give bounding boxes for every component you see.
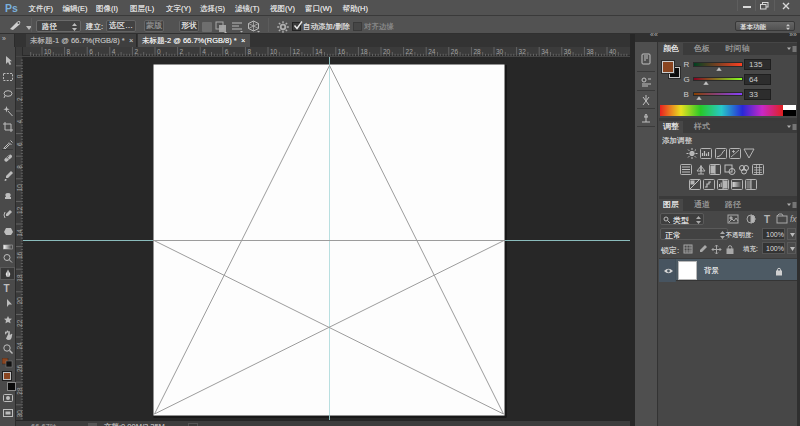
- svg-text:38: 38: [586, 48, 594, 55]
- svg-text:2: 2: [16, 97, 23, 101]
- svg-text:10: 10: [16, 184, 23, 192]
- svg-text:24: 24: [16, 342, 23, 350]
- svg-text:8: 8: [67, 48, 71, 55]
- svg-text:18: 18: [360, 48, 368, 55]
- svg-text:6: 6: [89, 48, 93, 55]
- svg-text:22: 22: [406, 48, 414, 55]
- svg-text:8: 8: [247, 48, 251, 55]
- svg-text:14: 14: [16, 229, 23, 237]
- svg-text:26: 26: [451, 48, 459, 55]
- svg-text:4: 4: [202, 48, 206, 55]
- svg-text:2: 2: [180, 48, 184, 55]
- svg-text:10: 10: [270, 48, 278, 55]
- svg-text:0: 0: [157, 48, 161, 55]
- svg-text:24: 24: [428, 48, 436, 55]
- svg-text:20: 20: [383, 48, 391, 55]
- svg-text:36: 36: [564, 48, 572, 55]
- svg-text:30: 30: [16, 410, 23, 418]
- svg-text:2: 2: [134, 48, 138, 55]
- svg-text:32: 32: [519, 48, 527, 55]
- svg-text:16: 16: [16, 251, 23, 259]
- svg-text:18: 18: [16, 274, 23, 282]
- svg-text:T: T: [764, 214, 770, 225]
- svg-text:8: 8: [16, 165, 23, 169]
- svg-text:12: 12: [293, 48, 301, 55]
- svg-text:6: 6: [225, 48, 229, 55]
- svg-text:10: 10: [44, 48, 52, 55]
- svg-text:34: 34: [541, 48, 549, 55]
- svg-text:26: 26: [16, 364, 23, 372]
- svg-text:12: 12: [16, 206, 23, 214]
- svg-text:28: 28: [16, 387, 23, 395]
- svg-text:14: 14: [315, 48, 323, 55]
- svg-text:4: 4: [16, 120, 23, 124]
- svg-text:40: 40: [609, 48, 617, 55]
- svg-text:16: 16: [338, 48, 346, 55]
- svg-text:20: 20: [16, 297, 23, 305]
- svg-text:0: 0: [16, 74, 23, 78]
- svg-text:6: 6: [16, 142, 23, 146]
- svg-text:30: 30: [496, 48, 504, 55]
- svg-text:4: 4: [112, 48, 116, 55]
- svg-text:22: 22: [16, 319, 23, 327]
- svg-text:28: 28: [473, 48, 481, 55]
